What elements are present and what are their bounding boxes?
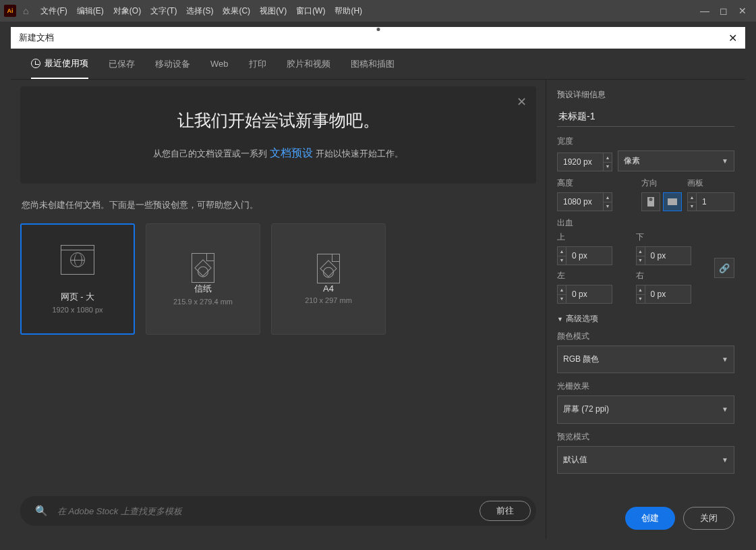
- stock-search-input[interactable]: [57, 506, 479, 516]
- height-field[interactable]: ▲▼: [557, 192, 636, 211]
- width-input[interactable]: [557, 153, 603, 171]
- hero-close-icon[interactable]: ✕: [517, 94, 527, 109]
- hero-headline: 让我们开始尝试新事物吧。: [34, 109, 523, 132]
- stock-go-button[interactable]: 前往: [479, 501, 531, 521]
- document-name-input[interactable]: [557, 107, 734, 127]
- artboards-input[interactable]: [697, 192, 734, 211]
- artboards-field[interactable]: ▲▼: [687, 192, 734, 211]
- menu-help[interactable]: 帮助(H): [335, 5, 362, 17]
- chevron-down-icon: ▼: [722, 456, 728, 464]
- menu-file[interactable]: 文件(F): [40, 5, 67, 17]
- preset-name: A4: [323, 283, 334, 294]
- chevron-down-icon: ▼: [722, 157, 728, 165]
- preset-letter[interactable]: 信纸 215.9 x 279.4 mm: [146, 223, 260, 335]
- preset-panel: ✕ 让我们开始尝试新事物吧。 从您自己的文档设置或一系列 文档预设 开始以快速开…: [11, 80, 546, 539]
- bleed-top-input[interactable]: [566, 246, 612, 265]
- link-bleed-icon[interactable]: 🔗: [714, 258, 734, 278]
- tab-recent[interactable]: 最近使用项: [31, 49, 88, 79]
- bleed-top-label: 上: [557, 232, 629, 242]
- menu-view[interactable]: 视图(V): [260, 5, 287, 17]
- dialog-title: 新建文档: [19, 32, 54, 44]
- preset-name: 信纸: [194, 283, 212, 295]
- units-value: 像素: [624, 155, 640, 167]
- hero-text-pre: 从您自己的文档设置或一系列: [153, 148, 267, 159]
- browser-icon: [61, 245, 94, 275]
- adobe-stock-search: 🔍 前往: [20, 496, 536, 526]
- advanced-options-toggle[interactable]: ▼ 高级选项: [557, 313, 734, 325]
- bleed-bottom-input[interactable]: [645, 246, 691, 265]
- preview-value: 默认值: [563, 454, 587, 466]
- bleed-bottom-field[interactable]: ▲▼: [636, 246, 708, 265]
- width-field[interactable]: ▲▼: [557, 153, 612, 171]
- preview-select[interactable]: 默认值 ▼: [557, 446, 734, 474]
- tab-saved[interactable]: 已保存: [109, 49, 135, 79]
- details-title: 预设详细信息: [557, 89, 734, 101]
- dialog-close-icon[interactable]: ✕: [728, 32, 737, 45]
- tab-web[interactable]: Web: [210, 49, 229, 79]
- document-icon: [317, 254, 340, 283]
- bleed-left-field[interactable]: ▲▼: [557, 285, 629, 304]
- preset-intro-text: 您尚未创建任何文档。下面是一些预设创意，可帮助您入门。: [22, 200, 535, 211]
- hero-banner: ✕ 让我们开始尝试新事物吧。 从您自己的文档设置或一系列 文档预设 开始以快速开…: [20, 86, 536, 184]
- app-menubar: Ai ⌂ 文件(F) 编辑(E) 对象(O) 文字(T) 选择(S) 效果(C)…: [0, 0, 756, 22]
- units-select[interactable]: 像素 ▼: [618, 150, 734, 171]
- menu-edit[interactable]: 编辑(E): [77, 5, 104, 17]
- category-tabs: 最近使用项 已保存 移动设备 Web 打印 胶片和视频 图稿和插图: [11, 49, 745, 80]
- menu-type[interactable]: 文字(T): [150, 5, 177, 17]
- hero-presets-link[interactable]: 文档预设: [270, 147, 313, 159]
- tab-art[interactable]: 图稿和插图: [351, 49, 395, 79]
- preview-label: 预览模式: [557, 432, 734, 442]
- window-maximize-icon[interactable]: ◻: [714, 5, 733, 16]
- bleed-left-input[interactable]: [566, 285, 612, 304]
- chevron-down-icon: ▼: [722, 356, 728, 363]
- close-button[interactable]: 关闭: [683, 507, 734, 530]
- caret-down-icon: ▼: [557, 316, 563, 323]
- colormode-label: 颜色模式: [557, 331, 734, 341]
- orientation-portrait-button[interactable]: [641, 192, 660, 211]
- width-spinner[interactable]: ▲▼: [603, 153, 612, 171]
- bleed-top-field[interactable]: ▲▼: [557, 246, 629, 265]
- menu-effect[interactable]: 效果(C): [223, 5, 250, 17]
- tab-label: 最近使用项: [45, 57, 88, 70]
- artboards-spinner[interactable]: ▲▼: [687, 192, 697, 211]
- create-button[interactable]: 创建: [625, 507, 675, 530]
- tab-print[interactable]: 打印: [249, 49, 266, 79]
- height-spinner[interactable]: ▲▼: [603, 192, 612, 211]
- bleed-left-label: 左: [557, 271, 629, 281]
- bleed-right-field[interactable]: ▲▼: [636, 285, 708, 304]
- preset-row: 网页 - 大 1920 x 1080 px 信纸 215.9 x 279.4 m…: [20, 223, 536, 335]
- window-minimize-icon[interactable]: —: [695, 5, 714, 16]
- hero-text-post: 开始以快速开始工作。: [316, 148, 403, 159]
- new-document-dialog: 新建文档 ✕ 最近使用项 已保存 移动设备 Web 打印 胶片和视频 图稿和插图…: [11, 27, 745, 539]
- chevron-down-icon: ▼: [722, 406, 728, 413]
- height-label: 高度: [557, 178, 636, 188]
- colormode-select[interactable]: RGB 颜色 ▼: [557, 346, 734, 373]
- menu-object[interactable]: 对象(O): [113, 5, 141, 17]
- preset-a4[interactable]: A4 210 x 297 mm: [271, 223, 386, 335]
- menu-select[interactable]: 选择(S): [186, 5, 213, 17]
- raster-select[interactable]: 屏幕 (72 ppi) ▼: [557, 395, 734, 423]
- bleed-label: 出血: [557, 218, 734, 228]
- height-input[interactable]: [557, 192, 603, 211]
- width-label: 宽度: [557, 136, 734, 146]
- document-icon: [192, 253, 214, 283]
- bleed-right-input[interactable]: [645, 285, 691, 304]
- raster-value: 屏幕 (72 ppi): [563, 404, 609, 415]
- preset-dims: 215.9 x 279.4 mm: [173, 298, 233, 306]
- home-icon[interactable]: ⌂: [23, 5, 28, 16]
- menu-window[interactable]: 窗口(W): [296, 5, 325, 17]
- bleed-right-label: 右: [636, 271, 708, 281]
- search-icon: 🔍: [35, 505, 48, 517]
- window-close-icon[interactable]: ✕: [733, 5, 752, 16]
- preset-details-panel: 预设详细信息 宽度 ▲▼ 像素 ▼ 高度 ▲▼: [546, 80, 745, 539]
- tab-mobile[interactable]: 移动设备: [155, 49, 190, 79]
- preset-name: 网页 - 大: [61, 291, 95, 303]
- tab-film[interactable]: 胶片和视频: [287, 49, 330, 79]
- colormode-value: RGB 颜色: [563, 354, 599, 365]
- app-icon: Ai: [4, 5, 16, 17]
- orientation-label: 方向: [641, 178, 682, 188]
- orientation-landscape-button[interactable]: [663, 192, 682, 211]
- preset-dims: 210 x 297 mm: [305, 296, 352, 304]
- bleed-bottom-label: 下: [636, 232, 708, 242]
- preset-web-large[interactable]: 网页 - 大 1920 x 1080 px: [20, 223, 135, 335]
